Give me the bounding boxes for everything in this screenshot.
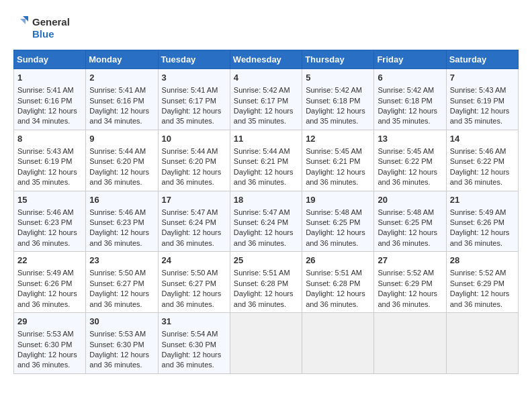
calendar-week-row: 29 Sunrise: 5:53 AM Sunset: 6:30 PM Dayl… [14, 313, 519, 374]
calendar-cell: 25 Sunrise: 5:51 AM Sunset: 6:28 PM Dayl… [230, 252, 302, 313]
calendar-cell: 5 Sunrise: 5:42 AM Sunset: 6:18 PM Dayli… [302, 69, 374, 130]
sunrise-label: Sunrise: 5:52 AM [378, 269, 434, 277]
day-number: 28 [450, 255, 515, 267]
sunset-label: Sunset: 6:16 PM [89, 97, 144, 105]
daylight-label: Daylight: 12 hours and 36 minutes. [17, 228, 77, 246]
calendar-cell [230, 313, 302, 374]
daylight-label: Daylight: 12 hours and 36 minutes. [162, 228, 222, 246]
calendar-cell: 18 Sunrise: 5:47 AM Sunset: 6:24 PM Dayl… [230, 191, 302, 252]
calendar-week-row: 8 Sunrise: 5:43 AM Sunset: 6:19 PM Dayli… [14, 130, 519, 191]
daylight-label: Daylight: 12 hours and 36 minutes. [450, 289, 510, 308]
day-number: 23 [89, 255, 154, 267]
daylight-label: Daylight: 12 hours and 35 minutes. [378, 107, 437, 125]
sunrise-label: Sunrise: 5:54 AM [162, 330, 218, 338]
sunset-label: Sunset: 6:28 PM [306, 279, 360, 287]
calendar-cell: 29 Sunrise: 5:53 AM Sunset: 6:30 PM Dayl… [14, 313, 86, 374]
day-number: 15 [17, 194, 82, 206]
day-number: 6 [378, 72, 442, 84]
daylight-label: Daylight: 12 hours and 36 minutes. [378, 168, 437, 186]
daylight-label: Daylight: 12 hours and 36 minutes. [89, 168, 149, 186]
sunrise-label: Sunrise: 5:42 AM [306, 86, 362, 94]
sunset-label: Sunset: 6:30 PM [89, 340, 144, 349]
calendar-cell: 22 Sunrise: 5:49 AM Sunset: 6:26 PM Dayl… [14, 252, 86, 313]
daylight-label: Daylight: 12 hours and 35 minutes. [306, 107, 365, 125]
calendar-cell: 7 Sunrise: 5:43 AM Sunset: 6:19 PM Dayli… [446, 69, 518, 130]
day-number: 19 [306, 194, 370, 206]
sunset-label: Sunset: 6:18 PM [378, 97, 432, 105]
day-number: 20 [378, 194, 442, 206]
header-row: SundayMondayTuesdayWednesdayThursdayFrid… [14, 50, 519, 69]
sunrise-label: Sunrise: 5:45 AM [306, 147, 362, 155]
daylight-label: Daylight: 12 hours and 34 minutes. [17, 107, 77, 125]
calendar-cell: 3 Sunrise: 5:41 AM Sunset: 6:17 PM Dayli… [158, 69, 230, 130]
sunrise-label: Sunrise: 5:53 AM [17, 330, 74, 338]
sunrise-label: Sunrise: 5:45 AM [378, 147, 434, 155]
sunrise-label: Sunrise: 5:43 AM [17, 147, 74, 155]
calendar-cell: 31 Sunrise: 5:54 AM Sunset: 6:30 PM Dayl… [158, 313, 230, 374]
sunrise-label: Sunrise: 5:46 AM [89, 208, 146, 216]
calendar-cell: 21 Sunrise: 5:49 AM Sunset: 6:26 PM Dayl… [446, 191, 518, 252]
sunset-label: Sunset: 6:29 PM [450, 279, 504, 287]
calendar-cell: 15 Sunrise: 5:46 AM Sunset: 6:23 PM Dayl… [14, 191, 86, 252]
day-number: 12 [306, 133, 370, 145]
day-number: 26 [306, 255, 370, 267]
day-number: 10 [162, 133, 226, 145]
sunset-label: Sunset: 6:30 PM [17, 340, 72, 349]
day-number: 31 [162, 316, 226, 328]
sunset-label: Sunset: 6:21 PM [306, 157, 360, 165]
sunrise-label: Sunrise: 5:42 AM [234, 86, 290, 94]
calendar-cell: 6 Sunrise: 5:42 AM Sunset: 6:18 PM Dayli… [374, 69, 446, 130]
sunset-label: Sunset: 6:22 PM [450, 157, 504, 165]
daylight-label: Daylight: 12 hours and 36 minutes. [306, 289, 365, 308]
sunset-label: Sunset: 6:19 PM [450, 97, 504, 105]
day-number: 2 [89, 72, 154, 84]
calendar-cell: 10 Sunrise: 5:44 AM Sunset: 6:20 PM Dayl… [158, 130, 230, 191]
calendar-cell: 1 Sunrise: 5:41 AM Sunset: 6:16 PM Dayli… [14, 69, 86, 130]
day-number: 17 [162, 194, 226, 206]
daylight-label: Daylight: 12 hours and 36 minutes. [162, 289, 222, 308]
svg-text:General: General [32, 16, 70, 28]
calendar-cell: 13 Sunrise: 5:45 AM Sunset: 6:22 PM Dayl… [374, 130, 446, 191]
svg-text:Blue: Blue [32, 28, 54, 40]
sunrise-label: Sunrise: 5:41 AM [17, 86, 74, 94]
sunrise-label: Sunrise: 5:53 AM [89, 330, 146, 338]
day-number: 9 [89, 133, 154, 145]
calendar-cell: 30 Sunrise: 5:53 AM Sunset: 6:30 PM Dayl… [86, 313, 158, 374]
sunrise-label: Sunrise: 5:47 AM [162, 208, 218, 216]
daylight-label: Daylight: 12 hours and 36 minutes. [17, 351, 77, 369]
sunrise-label: Sunrise: 5:47 AM [234, 208, 290, 216]
sunset-label: Sunset: 6:24 PM [162, 218, 216, 226]
calendar-cell: 4 Sunrise: 5:42 AM Sunset: 6:17 PM Dayli… [230, 69, 302, 130]
day-number: 13 [378, 133, 442, 145]
sunrise-label: Sunrise: 5:42 AM [378, 86, 434, 94]
day-header-saturday: Saturday [446, 50, 518, 69]
sunset-label: Sunset: 6:26 PM [17, 279, 72, 287]
day-header-thursday: Thursday [302, 50, 374, 69]
sunrise-label: Sunrise: 5:43 AM [450, 86, 506, 94]
sunrise-label: Sunrise: 5:48 AM [306, 208, 362, 216]
calendar-cell [374, 313, 446, 374]
daylight-label: Daylight: 12 hours and 36 minutes. [89, 228, 149, 246]
sunrise-label: Sunrise: 5:41 AM [89, 86, 146, 94]
day-number: 4 [234, 72, 298, 84]
sunrise-label: Sunrise: 5:48 AM [378, 208, 434, 216]
daylight-label: Daylight: 12 hours and 36 minutes. [306, 228, 365, 246]
sunset-label: Sunset: 6:19 PM [17, 157, 72, 165]
day-number: 8 [17, 133, 82, 145]
sunrise-label: Sunrise: 5:50 AM [89, 269, 146, 277]
day-header-tuesday: Tuesday [158, 50, 230, 69]
daylight-label: Daylight: 12 hours and 36 minutes. [162, 168, 222, 186]
sunset-label: Sunset: 6:27 PM [89, 279, 144, 287]
day-number: 11 [234, 133, 298, 145]
day-number: 27 [378, 255, 442, 267]
daylight-label: Daylight: 12 hours and 36 minutes. [89, 289, 149, 308]
daylight-label: Daylight: 12 hours and 35 minutes. [17, 168, 77, 186]
calendar-cell [302, 313, 374, 374]
calendar-cell: 19 Sunrise: 5:48 AM Sunset: 6:25 PM Dayl… [302, 191, 374, 252]
sunset-label: Sunset: 6:20 PM [89, 157, 144, 165]
day-header-wednesday: Wednesday [230, 50, 302, 69]
day-number: 14 [450, 133, 515, 145]
sunset-label: Sunset: 6:22 PM [378, 157, 432, 165]
daylight-label: Daylight: 12 hours and 36 minutes. [234, 228, 294, 246]
sunrise-label: Sunrise: 5:44 AM [89, 147, 146, 155]
